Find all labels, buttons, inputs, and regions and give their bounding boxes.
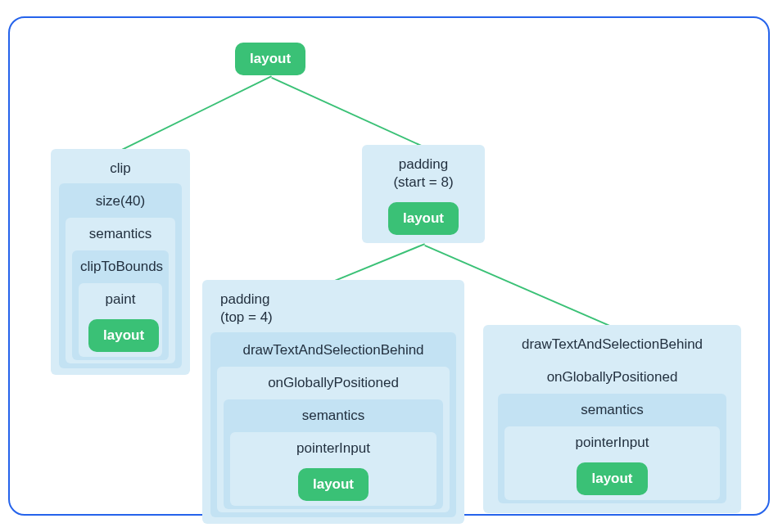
label-pointerinput-cl: pointerInput	[235, 435, 432, 463]
label-semantics-left: semantics	[70, 221, 170, 249]
label-padding-start-1: padding	[369, 151, 478, 173]
layout-chip-cr: layout	[577, 462, 647, 495]
label-size: size(40)	[64, 188, 177, 216]
label-semantics-cl: semantics	[228, 403, 438, 431]
node-drawtext-left: drawTextAndSelectionBehind onGloballyPos…	[210, 332, 456, 517]
node-semantics-left: semantics clipToBounds paint layout	[66, 218, 175, 363]
root-layout-chip: layout	[235, 43, 305, 75]
node-semantics-cr: semantics pointerInput layout	[498, 394, 726, 503]
node-clip: clip size(40) semantics clipToBounds pai…	[51, 149, 190, 375]
node-size: size(40) semantics clipToBounds paint la…	[59, 183, 182, 368]
node-drawtext-right: drawTextAndSelectionBehind onGloballyPos…	[483, 325, 741, 513]
label-clip: clip	[57, 156, 183, 183]
label-pointerinput-cr: pointerInput	[509, 430, 715, 458]
layout-chip-cl: layout	[298, 468, 369, 501]
node-pointerinput-cl: pointerInput layout	[230, 432, 436, 506]
label-clip-to-bounds: clipToBounds	[77, 254, 164, 282]
label-semantics-cr: semantics	[503, 397, 721, 425]
node-pointerinput-cr: pointerInput layout	[504, 426, 720, 500]
label-padding-top-1: padding	[209, 286, 458, 308]
node-clip-to-bounds: clipToBounds paint layout	[72, 250, 169, 360]
label-drawtext-right: drawTextAndSelectionBehind	[490, 331, 735, 359]
edge-root-left	[121, 75, 272, 151]
layout-chip-right: layout	[388, 202, 459, 235]
edge-root-right	[271, 77, 425, 148]
node-ongp-right: onGloballyPositioned semantics pointerIn…	[491, 361, 733, 507]
node-root: layout	[235, 43, 305, 75]
label-padding-top-2: (top = 4)	[209, 308, 458, 332]
node-paint: paint layout	[79, 283, 162, 357]
node-padding-top: padding (top = 4) drawTextAndSelectionBe…	[202, 280, 464, 524]
label-paint: paint	[84, 286, 157, 314]
label-padding-start-2: (start = 8)	[369, 173, 478, 197]
node-semantics-cl: semantics pointerInput layout	[224, 399, 443, 509]
label-ongp-left: onGloballyPositioned	[222, 370, 445, 398]
diagram-frame: layout clip size(40) semantics clipToBou…	[8, 16, 770, 516]
node-padding-start: padding (start = 8) layout	[362, 145, 485, 243]
label-ongp-right: onGloballyPositioned	[496, 364, 728, 392]
node-ongp-left: onGloballyPositioned semantics pointerIn…	[217, 367, 450, 512]
edge-right-childleft	[334, 243, 425, 282]
label-drawtext-left: drawTextAndSelectionBehind	[215, 337, 451, 365]
layout-chip-left: layout	[88, 319, 159, 352]
